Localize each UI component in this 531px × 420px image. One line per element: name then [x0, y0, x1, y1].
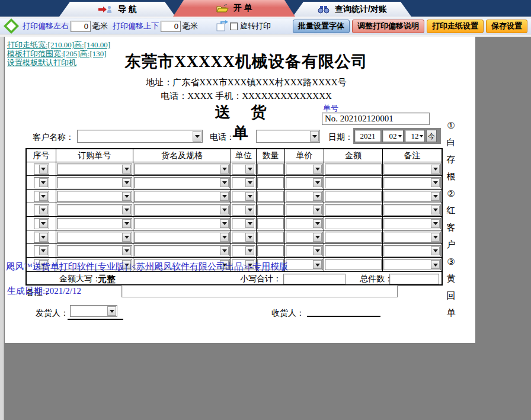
row-combobox[interactable] [34, 232, 49, 243]
row-combobox[interactable] [232, 232, 255, 243]
subtotal-input[interactable] [283, 274, 346, 284]
bill-no-input[interactable]: No. 202102120001 [322, 113, 430, 125]
rotate-print-checkbox[interactable] [230, 23, 238, 30]
row-combobox[interactable] [232, 163, 255, 175]
row-input[interactable] [325, 259, 382, 270]
row-combobox[interactable] [286, 177, 323, 188]
row-combobox[interactable] [286, 218, 323, 229]
row-input[interactable] [325, 191, 382, 202]
dropdown-arrow-icon[interactable] [245, 178, 254, 187]
row-combobox[interactable] [134, 163, 230, 175]
dropdown-arrow-icon[interactable] [122, 206, 131, 214]
date-day-combo[interactable]: 12 [405, 130, 425, 142]
row-combobox[interactable] [57, 163, 132, 175]
dropdown-arrow-icon[interactable] [431, 260, 440, 269]
dropdown-arrow-icon[interactable] [220, 233, 229, 242]
dropdown-arrow-icon[interactable] [313, 246, 322, 255]
dropdown-arrow-icon[interactable] [193, 131, 201, 142]
row-combobox[interactable] [286, 259, 323, 270]
row-combobox[interactable] [232, 204, 255, 216]
dropdown-arrow-icon[interactable] [431, 219, 440, 228]
row-combobox[interactable] [134, 218, 230, 229]
dropdown-arrow-icon[interactable] [313, 206, 322, 214]
row-combobox[interactable] [383, 232, 441, 243]
row-input[interactable] [257, 245, 284, 257]
row-input[interactable] [257, 218, 284, 229]
dropdown-arrow-icon[interactable] [39, 246, 48, 255]
row-combobox[interactable] [34, 191, 49, 202]
batch-font-button[interactable]: 批量设置字体 [293, 20, 350, 33]
row-combobox[interactable] [34, 204, 49, 216]
dropdown-arrow-icon[interactable] [245, 233, 254, 242]
dropdown-arrow-icon[interactable] [122, 233, 131, 242]
dropdown-arrow-icon[interactable] [313, 165, 322, 174]
remark-input[interactable] [121, 285, 398, 297]
row-combobox[interactable] [34, 177, 49, 188]
row-combobox[interactable] [383, 177, 441, 188]
row-input[interactable] [325, 204, 382, 216]
tab-billing[interactable]: 开 单 [173, 0, 295, 17]
dropdown-arrow-icon[interactable] [122, 165, 131, 174]
row-input[interactable] [257, 177, 284, 188]
date-month-combo[interactable]: 02 [382, 130, 404, 142]
row-input[interactable] [257, 191, 284, 202]
dropdown-arrow-icon[interactable] [310, 131, 319, 142]
dropdown-arrow-icon[interactable] [313, 233, 322, 242]
today-button[interactable]: 今 [426, 130, 437, 142]
customer-combobox[interactable] [77, 130, 203, 143]
dropdown-arrow-icon[interactable] [431, 246, 440, 255]
row-input[interactable] [325, 232, 382, 243]
dropdown-arrow-icon[interactable] [313, 192, 322, 201]
dropdown-arrow-icon[interactable] [431, 178, 440, 187]
dropdown-arrow-icon[interactable] [245, 219, 254, 228]
dropdown-arrow-icon[interactable] [220, 219, 229, 228]
dropdown-arrow-icon[interactable] [39, 178, 48, 187]
row-combobox[interactable] [134, 232, 230, 243]
row-combobox[interactable] [232, 245, 255, 257]
total-count-input[interactable] [389, 274, 439, 284]
dropdown-arrow-icon[interactable] [431, 233, 440, 242]
row-combobox[interactable] [57, 191, 132, 202]
row-combobox[interactable] [383, 163, 441, 175]
shipper-combobox[interactable] [70, 305, 117, 317]
dropdown-arrow-icon[interactable] [245, 165, 254, 174]
dropdown-arrow-icon[interactable] [39, 206, 48, 214]
dropdown-arrow-icon[interactable] [122, 219, 131, 228]
tab-navigation[interactable]: 导 航 [59, 2, 175, 17]
dropdown-arrow-icon[interactable] [245, 192, 254, 201]
dropdown-arrow-icon[interactable] [39, 219, 48, 228]
row-combobox[interactable] [383, 245, 441, 257]
dropdown-arrow-icon[interactable] [220, 206, 229, 214]
dropdown-arrow-icon[interactable] [122, 246, 131, 255]
row-input[interactable] [325, 245, 382, 257]
paper-size-link[interactable]: 打印走纸宽:[210.00]高:[140.00] [7, 40, 110, 49]
row-combobox[interactable] [383, 259, 441, 270]
dropdown-arrow-icon[interactable] [313, 260, 322, 269]
dropdown-arrow-icon[interactable] [39, 192, 48, 201]
row-input[interactable] [325, 177, 382, 188]
phone-combobox[interactable] [256, 130, 320, 143]
dropdown-arrow-icon[interactable] [313, 178, 322, 187]
dropdown-arrow-icon[interactable] [220, 178, 229, 187]
row-combobox[interactable] [383, 204, 441, 216]
date-year-input[interactable]: 2021 [354, 130, 381, 142]
row-combobox[interactable] [57, 177, 132, 188]
dropdown-arrow-icon[interactable] [39, 165, 48, 174]
dropdown-arrow-icon[interactable] [122, 178, 131, 187]
row-combobox[interactable] [232, 191, 255, 202]
dropdown-arrow-icon[interactable] [245, 246, 254, 255]
row-combobox[interactable] [286, 204, 323, 216]
dropdown-arrow-icon[interactable] [220, 246, 229, 255]
row-input[interactable] [325, 163, 382, 175]
dropdown-arrow-icon[interactable] [39, 233, 48, 242]
dropdown-arrow-icon[interactable] [122, 192, 131, 201]
dropdown-arrow-icon[interactable] [220, 165, 229, 174]
row-combobox[interactable] [232, 177, 255, 188]
offset-lr-input[interactable]: 0 [71, 21, 91, 32]
row-input[interactable] [325, 218, 382, 229]
row-combobox[interactable] [34, 245, 49, 257]
row-combobox[interactable] [383, 191, 441, 202]
row-combobox[interactable] [286, 232, 323, 243]
row-combobox[interactable] [286, 163, 323, 175]
adjust-offset-help-button[interactable]: 调整打印偏移说明 [352, 20, 424, 33]
